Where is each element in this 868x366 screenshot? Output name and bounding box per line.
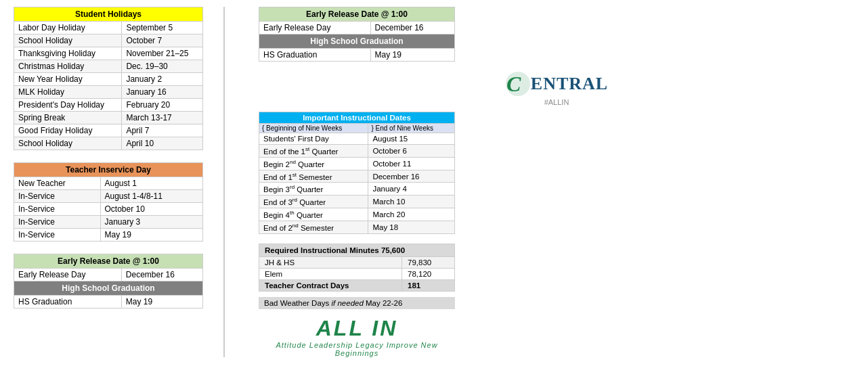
table-row: August 15: [368, 133, 455, 145]
table-row: March 20: [368, 208, 455, 221]
table-row: Early Release Day: [259, 22, 371, 35]
table-row: HS Graduation: [259, 49, 371, 62]
right-early-release-header: Early Release Date @ 1:00: [259, 7, 455, 22]
table-row: March 10: [368, 196, 455, 208]
table-row: Christmas Holiday: [14, 60, 122, 73]
table-row: In-Service: [14, 216, 101, 229]
contract-days-value: 181: [402, 279, 455, 291]
table-row: Dec. 19–30: [122, 60, 203, 73]
c-logo-icon: C: [505, 71, 531, 97]
important-dates-table: Important Instructional Dates { Beginnin…: [259, 112, 455, 234]
table-row: Begin 3rd Quarter: [259, 183, 368, 196]
svg-text:C: C: [506, 72, 521, 96]
early-release-table: Early Release Date @ 1:00 Early Release …: [14, 254, 203, 308]
table-row: December 16: [368, 170, 455, 183]
all-in-text: ALL IN: [259, 316, 455, 341]
table-row: In-Service: [14, 229, 101, 242]
table-row: School Holiday: [14, 137, 122, 150]
all-in-tagline: Attitude Leadership Legacy Improve New B…: [259, 341, 455, 357]
table-row: President's Day Holiday: [14, 99, 122, 112]
nine-weeks-begin-label: { Beginning of Nine Weeks: [259, 124, 368, 133]
left-column: Student Holidays Labor Day Holiday Septe…: [14, 7, 203, 357]
right-column: Early Release Date @ 1:00 Early Release …: [245, 7, 854, 357]
table-row: End of the 1st Quarter: [259, 145, 368, 158]
table-row: December 16: [370, 22, 455, 35]
table-row: May 19: [370, 49, 455, 62]
table-row: May 19: [100, 229, 202, 242]
table-row: In-Service: [14, 203, 101, 216]
table-row: Labor Day Holiday: [14, 22, 122, 35]
table-row: May 18: [368, 221, 455, 233]
table-row: September 5: [122, 22, 203, 35]
table-row: New Year Holiday: [14, 73, 122, 86]
table-row: January 2: [122, 73, 203, 86]
all-in-section: ALL IN Attitude Leadership Legacy Improv…: [259, 316, 455, 357]
table-row: Begin 4th Quarter: [259, 208, 368, 221]
bad-weather-dates: May 22-26: [364, 299, 403, 307]
table-row: April 10: [122, 137, 203, 150]
student-holidays-table: Student Holidays Labor Day Holiday Septe…: [14, 7, 203, 150]
jh-hs-label: JH & HS: [259, 256, 402, 268]
table-row: Good Friday Holiday: [14, 124, 122, 137]
table-row: Thanksgiving Holiday: [14, 47, 122, 60]
early-release-header: Early Release Date @ 1:00: [14, 254, 203, 269]
table-row: January 16: [122, 86, 203, 99]
column-divider: [223, 7, 225, 357]
elem-value: 78,120: [402, 268, 455, 279]
table-row: November 21–25: [122, 47, 203, 60]
table-row: MLK Holiday: [14, 86, 122, 99]
table-row: October 11: [368, 157, 455, 170]
teacher-inservice-header: Teacher Inservice Day: [14, 163, 203, 177]
table-row: March 13-17: [122, 112, 203, 124]
jh-hs-value: 79,830: [402, 256, 455, 268]
table-row: December 16: [121, 269, 202, 281]
nine-weeks-end-label: } End of Nine Weeks: [368, 124, 455, 133]
table-row: New Teacher: [14, 177, 101, 190]
table-row: School Holiday: [14, 35, 122, 47]
teacher-inservice-table: Teacher Inservice Day New Teacher August…: [14, 162, 203, 242]
table-row: End of 1st Semester: [259, 170, 368, 183]
table-row: February 20: [122, 99, 203, 112]
right-hs-graduation-header: High School Graduation: [259, 35, 455, 49]
required-minutes-header: Required Instructional Minutes 75,600: [259, 244, 455, 256]
table-row: January 3: [100, 216, 202, 229]
table-row: October 7: [122, 35, 203, 47]
right-early-release-table: Early Release Date @ 1:00 Early Release …: [259, 7, 455, 62]
table-row: Begin 2nd Quarter: [259, 157, 368, 170]
bad-weather-section: Bad Weather Days if needed May 22-26: [259, 297, 455, 309]
table-row: October 10: [100, 203, 202, 216]
table-row: HS Graduation: [14, 296, 122, 308]
table-row: In-Service: [14, 190, 101, 203]
table-row: October 6: [368, 145, 455, 158]
required-minutes-table: Required Instructional Minutes 75,600 JH…: [259, 244, 455, 292]
table-row: Students' First Day: [259, 133, 368, 145]
logo-hashtag: #ALLIN: [259, 98, 854, 106]
contract-days-label: Teacher Contract Days: [259, 279, 402, 291]
important-dates-header: Important Instructional Dates: [259, 112, 455, 124]
bad-weather-italic: if needed: [332, 299, 364, 307]
bad-weather-text: Bad Weather Days: [264, 299, 332, 307]
student-holidays-header: Student Holidays: [14, 7, 203, 22]
hs-graduation-header: High School Graduation: [14, 281, 203, 296]
logo-entral-text: ENTRAL: [531, 74, 608, 94]
table-row: May 19: [121, 296, 202, 308]
elem-label: Elem: [259, 268, 402, 279]
table-row: April 7: [122, 124, 203, 137]
table-row: Spring Break: [14, 112, 122, 124]
table-row: Early Release Day: [14, 269, 122, 281]
table-row: End of 2nd Semester: [259, 221, 368, 233]
table-row: January 4: [368, 183, 455, 196]
table-row: August 1: [100, 177, 202, 190]
table-row: End of 3rd Quarter: [259, 196, 368, 208]
school-logo: C ENTRAL #ALLIN: [259, 71, 854, 106]
table-row: August 1-4/8-11: [100, 190, 202, 203]
